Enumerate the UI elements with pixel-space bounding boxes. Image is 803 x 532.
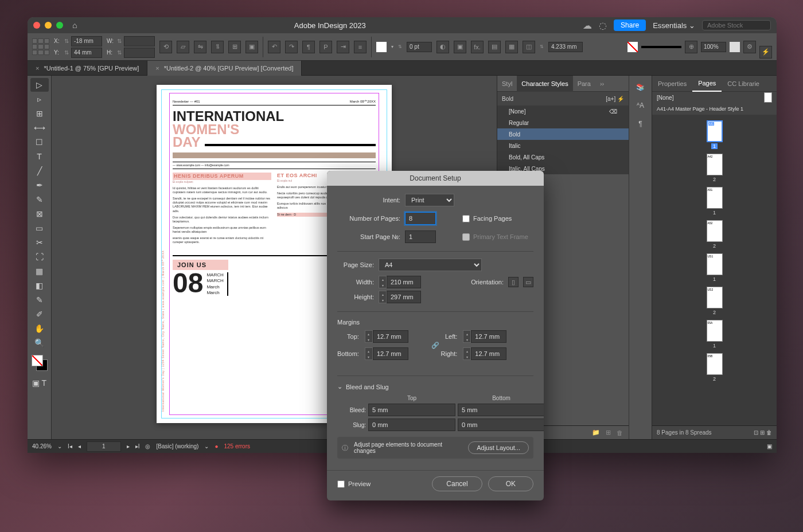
- note-tool-icon[interactable]: ✎: [30, 293, 49, 307]
- num-pages-input[interactable]: [405, 212, 436, 225]
- close-window-icon[interactable]: [33, 22, 40, 29]
- flip-v-icon[interactable]: ⥮: [211, 41, 224, 53]
- maximize-window-icon[interactable]: [56, 22, 63, 29]
- delete-style-icon[interactable]: 🗑: [617, 429, 623, 436]
- page-tool-icon[interactable]: ⊞: [30, 107, 49, 120]
- ratio-stepper-icon[interactable]: ⇅: [540, 44, 544, 49]
- margin-bottom-input[interactable]: [373, 347, 408, 360]
- format-container-icon[interactable]: ▣ T: [30, 376, 49, 390]
- minimize-window-icon[interactable]: [45, 22, 52, 29]
- fill-stroke-icon[interactable]: [30, 354, 49, 372]
- gpu-icon[interactable]: ⚡: [759, 46, 772, 58]
- fill-dropdown-icon[interactable]: ▾: [391, 44, 393, 49]
- zoom-tool-icon[interactable]: 🔍: [30, 336, 49, 350]
- preflight-dropdown-icon[interactable]: ⌄: [204, 443, 209, 449]
- share-button[interactable]: Share: [614, 19, 646, 31]
- folder-icon[interactable]: 📁: [592, 429, 600, 436]
- auto-fit-icon[interactable]: ▣: [245, 41, 258, 53]
- para-icon[interactable]: P: [319, 41, 332, 53]
- scissors-tool-icon[interactable]: ✂: [30, 236, 49, 249]
- char-icon[interactable]: ¶: [302, 41, 315, 53]
- fx-icon[interactable]: fx.: [471, 41, 484, 53]
- bleed-top-input[interactable]: [368, 404, 455, 416]
- wrap-bound-icon[interactable]: ▦: [505, 41, 518, 53]
- w-stepper-icon[interactable]: ⇅: [117, 38, 122, 44]
- page-thumb[interactable]: A522: [657, 220, 772, 249]
- y-stepper-icon[interactable]: ⇅: [64, 49, 69, 56]
- stroke-color-swatch[interactable]: [627, 42, 638, 52]
- error-count[interactable]: 125 errors: [224, 443, 250, 449]
- preflight-profile[interactable]: [Basic] (working): [156, 443, 198, 449]
- undo-icon[interactable]: ↶: [268, 41, 280, 53]
- style-item[interactable]: Bold: [497, 128, 629, 140]
- x-input[interactable]: [71, 36, 102, 46]
- primary-text-checkbox[interactable]: Primary Text Frame: [462, 233, 528, 241]
- new-style-icon[interactable]: [a+]: [606, 96, 615, 102]
- adjust-layout-button[interactable]: Adjust Layout...: [468, 441, 529, 454]
- line-tool-icon[interactable]: ╱: [30, 164, 49, 178]
- reference-point-icon[interactable]: [32, 38, 49, 56]
- open-icon[interactable]: ◎: [145, 443, 150, 449]
- next-page-icon[interactable]: ▸: [127, 443, 130, 449]
- wrap-object-icon[interactable]: ◫: [523, 41, 535, 53]
- new-page-icon[interactable]: ⊞: [760, 429, 765, 436]
- margin-left-input[interactable]: [471, 330, 506, 343]
- landscape-icon[interactable]: ▭: [523, 277, 533, 287]
- width-input[interactable]: [387, 276, 421, 288]
- panel-overflow-icon[interactable]: ››: [595, 76, 609, 92]
- character-icon[interactable]: ᴬA: [633, 97, 649, 114]
- tab-pages[interactable]: Pages: [692, 76, 722, 92]
- gradient-feather-icon[interactable]: ◧: [30, 279, 49, 292]
- content-collector-icon[interactable]: ☐: [30, 135, 49, 149]
- help-icon[interactable]: ◌: [599, 20, 607, 31]
- margin-right-stepper-icon[interactable]: ▴▾: [463, 347, 471, 360]
- pen-tool-icon[interactable]: ✒: [30, 178, 49, 192]
- cancel-button[interactable]: Cancel: [432, 476, 482, 491]
- document-tab[interactable]: ×*Untitled-2 @ 40% [GPU Preview] [Conver…: [147, 61, 302, 76]
- stroke-weight-input[interactable]: [407, 42, 432, 52]
- pencil-tool-icon[interactable]: ✎: [30, 193, 49, 206]
- h-stepper-icon[interactable]: ⇅: [117, 49, 122, 56]
- gradient-swatch-icon[interactable]: ▦: [30, 264, 49, 278]
- story-icon[interactable]: ≡: [354, 41, 367, 53]
- wrap-none-icon[interactable]: ▤: [488, 41, 501, 53]
- h-input[interactable]: [124, 48, 155, 58]
- style-item[interactable]: Italic: [497, 140, 629, 151]
- tab-libraries[interactable]: CC Librarie: [722, 76, 765, 92]
- fill-swatch[interactable]: [376, 42, 387, 52]
- page-thumb[interactable]: A411: [657, 120, 772, 149]
- close-tab-icon[interactable]: ×: [36, 65, 39, 72]
- fit-content-icon[interactable]: ⊞: [228, 41, 241, 53]
- page-thumb[interactable]: 05B2: [657, 353, 772, 382]
- rotate-icon[interactable]: ⟲: [159, 41, 172, 53]
- bleed-heading[interactable]: ⌄Bleed and Slug: [337, 383, 533, 390]
- error-indicator-icon[interactable]: ●: [215, 443, 218, 449]
- disclosure-icon[interactable]: ⌄: [337, 383, 342, 390]
- y-input[interactable]: [71, 48, 102, 58]
- document-tab[interactable]: ×*Untitled-1 @ 75% [GPU Preview]: [28, 61, 147, 76]
- adobe-stock-search[interactable]: [702, 20, 771, 30]
- style-item[interactable]: Bold, All Caps: [497, 151, 629, 163]
- shear-icon[interactable]: ▱: [177, 41, 189, 53]
- tab-paragraph[interactable]: Para: [573, 76, 595, 92]
- settings-gear-icon[interactable]: ⚙: [743, 41, 756, 53]
- drop-shadow-icon[interactable]: ▣: [454, 41, 466, 53]
- style-item[interactable]: [None]⌫: [497, 105, 629, 117]
- free-transform-icon[interactable]: ⛶: [30, 250, 49, 264]
- corner-radius-input[interactable]: [548, 42, 583, 52]
- page-number-input[interactable]: [87, 441, 121, 452]
- tab-character-styles[interactable]: Character Styles: [517, 76, 572, 92]
- page-thumb[interactable]: A511: [657, 187, 772, 216]
- height-stepper-icon[interactable]: ▴▾: [379, 291, 387, 303]
- prev-page-icon[interactable]: ◂: [78, 443, 81, 449]
- margin-top-input[interactable]: [373, 330, 408, 343]
- link-margins-icon[interactable]: 🔗: [431, 342, 439, 349]
- new-styleset-icon[interactable]: ⊞: [606, 429, 611, 436]
- redo-icon[interactable]: ↷: [285, 41, 298, 53]
- tab-icon[interactable]: ⇥: [337, 41, 349, 53]
- margin-left-stepper-icon[interactable]: ▴▾: [463, 330, 471, 343]
- start-page-input[interactable]: [405, 230, 436, 243]
- first-page-icon[interactable]: I◂: [68, 443, 72, 449]
- eyedropper-tool-icon[interactable]: ✐: [30, 307, 49, 321]
- slug-top-input[interactable]: [368, 418, 455, 431]
